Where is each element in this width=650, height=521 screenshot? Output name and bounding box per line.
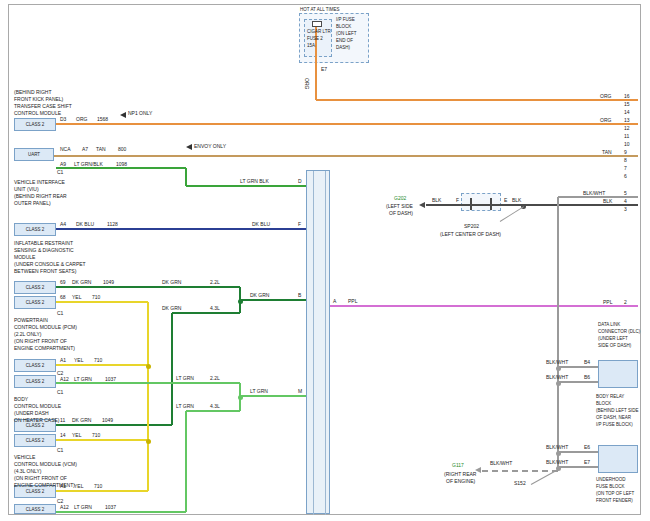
wire-pin-label: A1 xyxy=(60,358,66,364)
tccm-name-line: TRANSFER CASE SHIFT xyxy=(14,104,72,110)
ltgrn-to-bus xyxy=(240,395,306,397)
dlc-name-line: CONNECTOR (DLC) xyxy=(598,329,640,334)
g202-location-line: (LEFT SIDE xyxy=(386,204,413,210)
connector-id-label: C1 xyxy=(57,390,63,396)
class2-box-sdm: CLASS 2 xyxy=(14,223,56,236)
body-relay-name-line: BODY RELAY xyxy=(596,394,624,399)
engine-option-tag: 4.3L xyxy=(210,404,220,410)
ip-fuse-block-name-line: I/P FUSE xyxy=(336,17,355,22)
ip-fuse-block-name-line: DASH) xyxy=(336,45,350,50)
ltgrnblk-to-bus xyxy=(186,185,306,187)
viu-name-line: VEHICLE INTERFACE xyxy=(14,180,65,186)
blkwht-rail xyxy=(557,197,559,470)
dlc-pin-number: 11 xyxy=(624,134,629,140)
yel-vcm xyxy=(56,439,148,441)
wire-circuit-label: 1049 xyxy=(102,418,113,424)
connector-terminal-tick xyxy=(470,198,472,210)
wire-circuit-label: 1037 xyxy=(105,505,116,511)
dkgrn-pcm xyxy=(56,286,240,288)
ip-fuse-block-name-line: (ON LEFT xyxy=(336,31,357,36)
underhood-name-line: (ON TOP OF LEFT xyxy=(596,491,634,496)
wire-color-tag: LT GRN BLK xyxy=(240,179,269,185)
ltgrn-43l xyxy=(186,410,240,412)
np1-only-tag: NP1 ONLY xyxy=(128,111,152,117)
blkwht-g117-dashed xyxy=(482,470,558,472)
bus-terminal-label: M xyxy=(298,389,302,395)
splice-dot xyxy=(146,439,151,444)
wire-circuit-label: 1037 xyxy=(105,377,116,383)
g117-location-line: (RIGHT REAR xyxy=(444,472,476,478)
tccm-name-line: CONTROL MODULE xyxy=(14,111,61,117)
bus-terminal-label: B xyxy=(298,293,301,299)
wire-circuit-label: 1128 xyxy=(107,222,118,228)
wire-color-label: YEL xyxy=(74,358,83,364)
dlc-pin-number: 16 xyxy=(624,94,630,100)
sdm-name-line: BETWEEN FRONT SEATS) xyxy=(14,269,76,275)
g202-ground-link[interactable]: G202 xyxy=(394,196,406,202)
wire-pin-label: 11 xyxy=(60,418,65,424)
splice-dot xyxy=(556,366,561,371)
vcm-name-line: VEHICLE xyxy=(14,455,35,461)
wire-color-tag: DK GRN xyxy=(162,280,181,286)
bcm-name-line: BODY xyxy=(14,397,28,403)
wire-color-tag: DK BLU xyxy=(252,222,270,228)
connector-terminal-label: E xyxy=(504,198,507,204)
bcm-name-line: CONTROL MODULE xyxy=(14,404,61,410)
box-label: CLASS 2 xyxy=(26,285,45,290)
np1-arrow-icon xyxy=(120,112,126,118)
pcm-name-line: ENGINE COMPARTMENT) xyxy=(14,346,75,352)
underhood-name-line: FUSE BLOCK xyxy=(596,484,625,489)
bcm-name-line: ON HEATER CASE) xyxy=(14,418,59,424)
wire-color-label: DK BLU xyxy=(76,222,94,228)
dkgrn-vcm-riser xyxy=(171,313,173,425)
wire-color-label: LT GRN xyxy=(74,505,92,511)
connector-id-label: C1 xyxy=(57,170,63,176)
dlc-pin-wire-label: ORG xyxy=(600,94,611,100)
envoy-only-tag: ENVOY ONLY xyxy=(194,144,226,150)
connector-id-label: C1 xyxy=(57,448,63,454)
envoy-arrow-icon xyxy=(186,144,192,150)
underhood-name-line: FRONT FENDER) xyxy=(596,498,633,503)
pcm-name-line: CONTROL MODULE (PCM) xyxy=(14,325,77,331)
dlc-pin-number: 4 xyxy=(624,199,627,205)
wire-color-label: DK GRN xyxy=(72,418,91,424)
body-relay-block-box xyxy=(598,360,638,388)
dkgrn-43l xyxy=(172,312,240,314)
class2-box-bottom-2: CLASS 2 xyxy=(14,504,56,514)
wire-pin-label: A7 xyxy=(82,147,88,153)
box-label: CLASS 2 xyxy=(26,438,45,443)
underhood-fuse-block-box xyxy=(598,445,638,473)
dlc-pin-number: 10 xyxy=(624,142,630,148)
wire-color-tag: BLK/WHT xyxy=(546,375,568,381)
wire-pin-label: A9 xyxy=(60,162,66,168)
sdm-name-line: INFLATABLE RESTRAINT xyxy=(14,241,73,247)
box-label: CLASS 2 xyxy=(26,489,45,494)
sp202-splice-label: SP202 xyxy=(464,224,479,230)
bcm-name-line: (UNDER DASH xyxy=(14,411,49,417)
wire-color-tag: LT GRN xyxy=(176,404,194,410)
yel-riser xyxy=(147,302,149,491)
bus-terminal-label: D xyxy=(298,179,302,185)
yel-bottom xyxy=(56,490,148,492)
org-vertical-wire-label: ORG xyxy=(303,78,309,89)
engine-option-tag: 2.2L xyxy=(210,376,220,382)
fuse-name-line: FUSE 2 xyxy=(307,36,323,41)
dlc-pin-wire-label: TAN xyxy=(602,150,612,156)
wire-color-tag: DK GRN xyxy=(250,293,269,299)
wire-circuit-label: 710 xyxy=(92,295,100,301)
box-label: UART xyxy=(28,152,40,157)
ltgrn-bottom xyxy=(56,511,186,513)
body-relay-name-line: BLOCK xyxy=(596,401,611,406)
wire-color-tag: LT GRN xyxy=(250,389,268,395)
pcm-name-line: (ON RIGHT FRONT OF xyxy=(14,339,67,345)
wire-pin-label: 14 xyxy=(60,433,66,439)
engine-option-tag: 4.3L xyxy=(210,306,220,312)
tan-uart-to-dlc xyxy=(54,155,638,157)
g117-ground-link[interactable]: G117 xyxy=(452,463,464,469)
wire-circuit-label: 710 xyxy=(94,358,102,364)
ltgrnblk-viu-drop xyxy=(185,168,187,186)
class2-box-vcm-2: CLASS 2 xyxy=(14,434,56,447)
dlc-pin-number: 5 xyxy=(624,191,627,197)
wire-circuit-label: 1049 xyxy=(103,280,114,286)
wire-pin-label: A12 xyxy=(60,377,69,383)
